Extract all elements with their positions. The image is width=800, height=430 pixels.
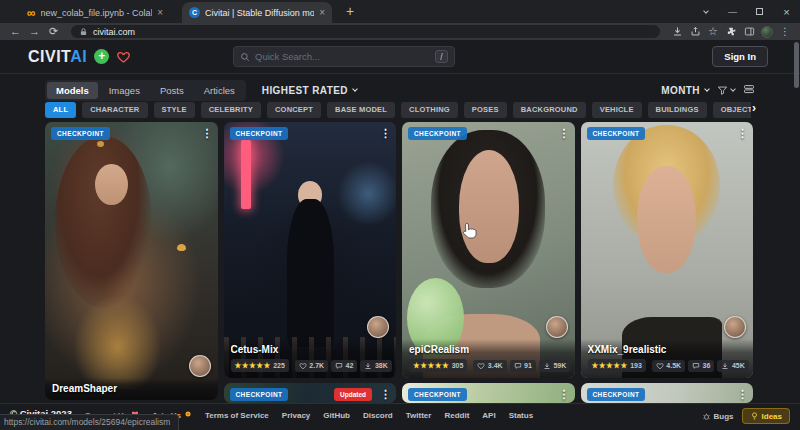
back-icon[interactable]: ← [6,26,25,37]
downloads-pill[interactable]: 45K [717,360,748,372]
model-card-dreamshaper[interactable]: CHECKPOINT⋮DreamShaper [45,122,218,400]
likes-pill[interactable]: 2.7K [295,360,328,372]
category-chip-poses[interactable]: POSES [464,102,507,118]
category-chip-clothing[interactable]: CLOTHING [401,102,458,118]
footer-link-status[interactable]: Status [509,410,533,420]
category-chip-concept[interactable]: CONCEPT [267,102,321,118]
downloads-pill[interactable]: 38K [360,360,391,372]
likes-pill[interactable]: 3.4K [473,360,506,372]
category-chip-objects[interactable]: OBJECTS [713,102,751,118]
share-icon[interactable] [686,26,704,37]
model-card-epicrealism[interactable]: CHECKPOINT⋮epiCRealism★★★★★3053.4K9159K [402,122,575,378]
comments-pill[interactable]: 36 [688,360,714,372]
footer-link-terms-of-service[interactable]: Terms of Service [205,410,269,420]
model-card[interactable]: CHECKPOINT⋮ [402,383,575,403]
page-scrollbar-thumb[interactable] [794,42,799,88]
stat-value: 3.4K [488,362,503,369]
download-icon [543,362,551,370]
logo-text-ai: AI [70,48,87,65]
browser-tab-civitai[interactable]: C Civitai | Stable Diffusion models × [182,2,332,23]
stat-value: 4.5K [666,362,681,369]
card-menu-icon[interactable]: ⋮ [737,388,748,400]
likes-pill[interactable]: 4.5K [652,360,685,372]
downloads-icon[interactable] [668,26,686,37]
creator-avatar[interactable] [367,316,389,338]
checkpoint-badge: CHECKPOINT [408,127,467,140]
stat-value: 59K [553,362,566,369]
tab-posts[interactable]: Posts [151,82,193,99]
category-chip-background[interactable]: BACKGROUND [513,102,586,118]
close-button[interactable]: × [773,0,800,23]
comments-pill[interactable]: 91 [510,360,536,372]
category-chip-vehicle[interactable]: VEHICLE [592,102,642,118]
comments-pill[interactable]: 42 [331,360,357,372]
side-panel-icon[interactable] [740,26,758,37]
tab-search-icon[interactable] [692,0,719,23]
category-chip-style[interactable]: STYLE [154,102,195,118]
downloads-pill[interactable]: 59K [539,360,570,372]
comment-icon [335,362,343,370]
extensions-puzzle-icon[interactable] [722,26,740,37]
layout-toggle-icon[interactable] [743,81,755,99]
card-menu-icon[interactable]: ⋮ [737,127,748,139]
model-card[interactable]: CHECKPOINT⋮ [581,383,754,403]
rating-count: 193 [630,362,642,369]
footer-link-api[interactable]: API [482,410,495,420]
sign-in-button[interactable]: Sign In [712,46,768,67]
new-tab-button[interactable]: + [346,3,354,19]
create-plus-button[interactable]: + [94,49,109,64]
creator-avatar[interactable] [546,316,568,338]
heart-icon [656,362,664,370]
card-menu-icon[interactable]: ⋮ [559,388,570,400]
filter-funnel-icon[interactable] [717,85,735,96]
tab-close-icon[interactable]: × [319,7,325,18]
tab-close-icon[interactable]: × [157,7,163,18]
model-card[interactable]: CHECKPOINTUpdated⋮ [224,383,397,403]
category-chip-base-model[interactable]: BASE MODEL [327,102,395,118]
tab-models[interactable]: Models [47,82,98,99]
minimize-button[interactable]: — [719,0,746,23]
maximize-button[interactable] [746,0,773,23]
reload-icon[interactable]: ⟳ [44,26,63,37]
category-chip-all[interactable]: ALL [45,102,76,118]
footer-link-reddit[interactable]: Reddit [444,410,469,420]
tab-articles[interactable]: Articles [195,82,244,99]
tags-scroll-right-icon[interactable]: › [752,101,756,115]
creator-avatar[interactable] [724,316,746,338]
category-chip-celebrity[interactable]: CELEBRITY [201,102,261,118]
browser-menu-icon[interactable]: ⋮ [776,26,794,37]
chevron-down-icon [352,86,358,92]
footer-link-label: Status [509,411,533,420]
address-bar[interactable]: civitai.com [71,25,660,38]
rating-count: 305 [452,362,464,369]
tab-images[interactable]: Images [100,82,149,99]
period-dropdown[interactable]: MONTH [661,85,709,96]
card-menu-icon[interactable]: ⋮ [202,127,213,139]
category-chip-character[interactable]: CHARACTER [82,102,147,118]
card-menu-icon[interactable]: ⋮ [559,127,570,139]
search-input[interactable]: Quick Search... / [233,46,455,67]
stat-value: 36 [703,362,711,369]
search-shortcut-key: / [435,50,448,63]
bugs-link[interactable]: Bugs [702,412,734,421]
footer-link-twitter[interactable]: Twitter [406,410,432,420]
card-menu-icon[interactable]: ⋮ [380,388,391,400]
footer-link-label: Privacy [282,411,310,420]
sort-dropdown[interactable]: HIGHEST RATED [262,85,357,96]
bookmark-star-icon[interactable]: ☆ [704,25,722,38]
forward-icon[interactable]: → [25,26,44,37]
card-menu-icon[interactable]: ⋮ [380,127,391,139]
favorites-heart-icon[interactable] [116,50,131,64]
footer-link-privacy[interactable]: Privacy [282,410,310,420]
footer-link-discord[interactable]: Discord [363,410,393,420]
profile-avatar[interactable] [758,26,776,38]
creator-avatar[interactable] [189,355,211,377]
model-card-xxmix_9realistic[interactable]: CHECKPOINT⋮XXMix_9realistic★★★★★1934.5K3… [581,122,754,378]
card-badge-row: CHECKPOINT⋮ [408,127,570,140]
civitai-logo[interactable]: CIVITAI + [28,40,131,73]
browser-tab-colab[interactable]: ∞ new_colab_file.ipynb - Colaborat × [20,2,170,23]
footer-link-github[interactable]: GitHub [323,410,350,420]
model-card-cetus-mix[interactable]: CHECKPOINT⋮Cetus-Mix★★★★★2252.7K4238K [224,122,397,378]
ideas-button[interactable]: Ideas [742,408,790,424]
category-chip-buildings[interactable]: BUILDINGS [648,102,707,118]
